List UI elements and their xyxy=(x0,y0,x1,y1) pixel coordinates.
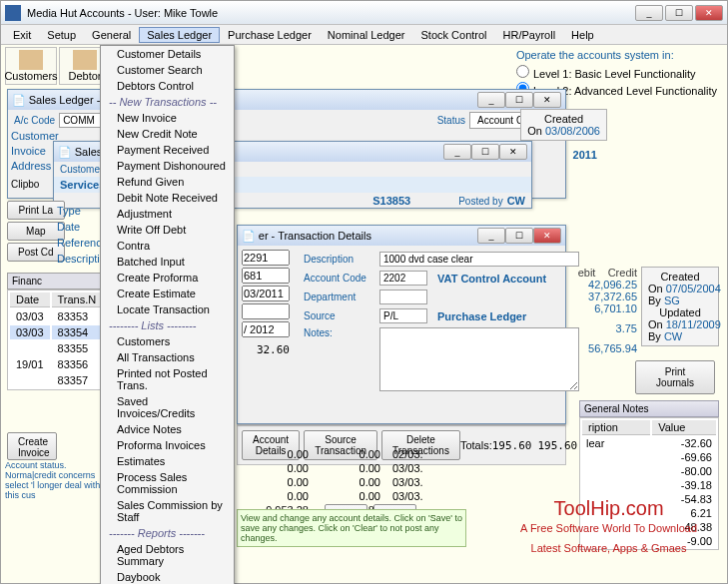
customer-label: Customer xyxy=(60,164,103,175)
menu-item-saved-invoices-credits[interactable]: Saved Invoices/Credits xyxy=(101,393,234,421)
menu-purchase-ledger[interactable]: Purchase Ledger xyxy=(220,27,320,43)
menu-nominal-ledger[interactable]: Nominal Ledger xyxy=(320,27,413,43)
trx-val-3[interactable] xyxy=(242,303,290,319)
menu-item-daybook[interactable]: Daybook xyxy=(101,569,234,584)
sub-close[interactable]: ✕ xyxy=(533,228,561,244)
menu-item-refund-given[interactable]: Refund Given xyxy=(101,174,234,190)
menu-item-printed-not-posted-trans-[interactable]: Printed not Posted Trans. xyxy=(101,365,234,393)
maximize-button[interactable]: ☐ xyxy=(665,5,693,21)
menu-item-locate-transaction[interactable]: Locate Transaction xyxy=(101,301,234,317)
created-box-2: Created On 07/05/2004 By SG Updated On 1… xyxy=(641,267,719,346)
debtor-icon xyxy=(73,50,97,70)
menu-item-new-invoice[interactable]: New Invoice xyxy=(101,110,234,126)
source-input[interactable] xyxy=(379,308,427,323)
table-row: 03/0383353 xyxy=(10,309,102,323)
sub-max[interactable]: ☐ xyxy=(505,92,533,108)
services-text: Services xyxy=(60,179,105,191)
trx-val-0[interactable] xyxy=(242,250,290,266)
source-name: Purchase Ledger xyxy=(437,310,526,322)
minimize-button[interactable]: _ xyxy=(635,5,663,21)
menu-item-debtors-control[interactable]: Debtors Control xyxy=(101,78,234,94)
print-journals-button[interactable]: Print Journals xyxy=(635,360,715,394)
level-heading: Operate the accounts system in: xyxy=(516,49,717,61)
invoice-number: S13853 xyxy=(372,195,410,207)
window-icon: 📄 xyxy=(242,230,256,243)
main-titlebar: Media Hut Accounts - User: Mike Towle _ … xyxy=(1,1,727,25)
level1-option[interactable]: Level 1: Basic Level Functionality xyxy=(516,65,717,80)
menu-item-write-off-debt[interactable]: Write Off Debt xyxy=(101,222,234,238)
type-labels: Type Date Referenc Descripti xyxy=(57,203,102,267)
window-icon: 📄 xyxy=(58,146,72,159)
menu-item-customer-details[interactable]: Customer Details xyxy=(101,46,234,62)
menu-item-debit-note-received[interactable]: Debit Note Received xyxy=(101,190,234,206)
trx-val-4[interactable] xyxy=(242,321,290,337)
table-row: 83357 xyxy=(10,373,102,387)
menu-item-contra[interactable]: Contra xyxy=(101,238,234,254)
menu-item-new-credit-note[interactable]: New Credit Note xyxy=(101,126,234,142)
ac-code-label: A/c Code xyxy=(14,115,55,126)
menu-item-aged-debtors-summary[interactable]: Aged Debtors Summary xyxy=(101,541,234,569)
menu-setup[interactable]: Setup xyxy=(39,27,84,43)
create-invoice-button[interactable]: Create Invoice xyxy=(7,432,57,460)
menu-general[interactable]: General xyxy=(84,27,139,43)
menu-item-process-sales-commission[interactable]: Process Sales Commission xyxy=(101,469,234,497)
menu-exit[interactable]: Exit xyxy=(5,27,39,43)
clipboard-label: Clipbo xyxy=(11,179,39,190)
table-row: 19/0183356 xyxy=(10,357,102,371)
window-icon: 📄 xyxy=(12,94,26,107)
sales-ledger-dropdown[interactable]: Customer DetailsCustomer SearchDebtors C… xyxy=(100,45,235,584)
posted-by: CW xyxy=(507,195,525,207)
trans-list[interactable]: DateTrans.N 03/0383353 03/0383354 83355 … xyxy=(7,290,105,390)
menu-sales-ledger[interactable]: Sales Ledger xyxy=(139,27,220,43)
level1-radio[interactable] xyxy=(516,65,529,78)
bottom-hint: View and change any account details. Cli… xyxy=(237,509,466,547)
close-button[interactable]: ✕ xyxy=(695,5,723,21)
notes-textarea[interactable] xyxy=(379,327,579,391)
menu-item-customer-search[interactable]: Customer Search xyxy=(101,62,234,78)
menu-separator: -- New Transactions -- xyxy=(101,94,234,110)
sub-close[interactable]: ✕ xyxy=(499,144,527,160)
account-code-input[interactable] xyxy=(379,271,427,286)
sub-min[interactable]: _ xyxy=(443,144,471,160)
year-fragment: 2011 xyxy=(573,149,597,161)
menu-item-create-estimate[interactable]: Create Estimate xyxy=(101,286,234,301)
sub-max[interactable]: ☐ xyxy=(471,144,499,160)
account-name: VAT Control Account xyxy=(437,273,546,285)
menu-item-batched-input[interactable]: Batched Input xyxy=(101,254,234,270)
menu-item-sales-commission-by-staff[interactable]: Sales Commission by Staff xyxy=(101,497,234,525)
sub-min[interactable]: _ xyxy=(477,228,505,244)
sub-close[interactable]: ✕ xyxy=(533,92,561,108)
menu-item-estimates[interactable]: Estimates xyxy=(101,453,234,469)
trx-val-2[interactable] xyxy=(242,286,290,301)
menu-item-adjustment[interactable]: Adjustment xyxy=(101,206,234,222)
toolbar-customers[interactable]: Customers xyxy=(5,47,57,85)
promo-watermark: ToolHip.com A Free Software World To Dow… xyxy=(520,498,697,558)
sub-max[interactable]: ☐ xyxy=(505,228,533,244)
general-notes-title: General Notes xyxy=(579,400,719,417)
description-input[interactable] xyxy=(379,252,579,267)
menu-item-advice-notes[interactable]: Advice Notes xyxy=(101,421,234,437)
menu-item-proforma-invoices[interactable]: Proforma Invoices xyxy=(101,437,234,453)
status-hint: Account status. Norma|credit concerns se… xyxy=(5,460,103,500)
trx-val-1[interactable] xyxy=(242,268,290,284)
finance-tab[interactable]: Financ xyxy=(7,273,103,290)
sub-min[interactable]: _ xyxy=(477,92,505,108)
menu-hr-payroll[interactable]: HR/Payroll xyxy=(495,27,564,43)
customers-icon xyxy=(19,50,43,70)
created-box-1: Created On 03/08/2006 xyxy=(520,109,607,141)
menu-stock-control[interactable]: Stock Control xyxy=(413,27,495,43)
app-icon xyxy=(5,5,21,21)
menu-item-payment-dishonoured[interactable]: Payment Dishonoured xyxy=(101,158,234,174)
table-row: 83355 xyxy=(10,341,102,355)
menu-item-payment-received[interactable]: Payment Received xyxy=(101,142,234,158)
post-cd-button[interactable]: Post Cd xyxy=(7,243,65,262)
department-input[interactable] xyxy=(379,290,427,304)
print-la-button[interactable]: Print La xyxy=(7,201,65,220)
menu-item-create-proforma[interactable]: Create Proforma xyxy=(101,270,234,286)
menu-separator: -------- Lists -------- xyxy=(101,317,234,333)
menu-help[interactable]: Help xyxy=(563,27,602,43)
menu-item-customers[interactable]: Customers xyxy=(101,333,234,349)
menu-item-all-transactions[interactable]: All Transactions xyxy=(101,349,234,365)
app-title: Media Hut Accounts - User: Mike Towle xyxy=(27,7,635,19)
map-button[interactable]: Map xyxy=(7,222,65,241)
